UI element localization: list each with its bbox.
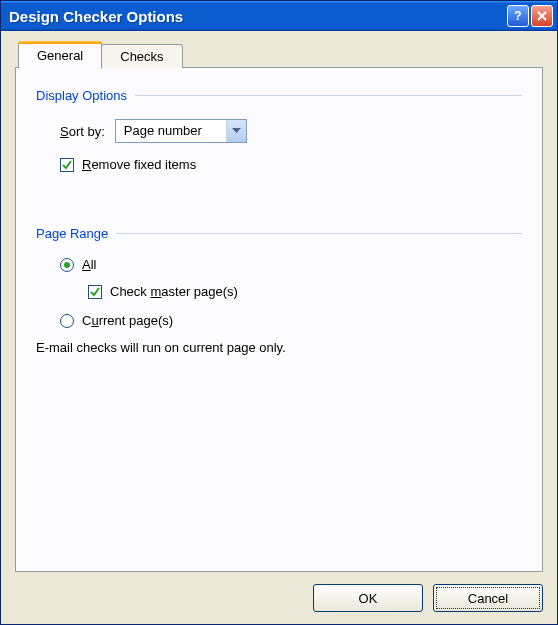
chevron-down-icon [232, 128, 241, 134]
info-text: E-mail checks will run on current page o… [36, 340, 522, 355]
divider [135, 95, 522, 96]
window-title: Design Checker Options [9, 8, 507, 25]
checkmark-icon [61, 159, 73, 171]
divider [116, 233, 522, 234]
help-button[interactable]: ? [507, 5, 529, 27]
ok-button[interactable]: OK [313, 584, 423, 612]
check-master-pages-checkbox[interactable] [88, 285, 102, 299]
group-label: Page Range [36, 226, 116, 241]
page-range-current-label: Current page(s) [82, 313, 173, 328]
tab-label: Checks [120, 49, 163, 64]
sort-by-label: Sort by: [60, 124, 105, 139]
close-button[interactable] [531, 5, 553, 27]
checkmark-icon [89, 286, 101, 298]
sort-by-value: Page number [116, 120, 226, 142]
dialog-window: Design Checker Options ? General Checks … [0, 0, 558, 625]
remove-fixed-checkbox[interactable] [60, 158, 74, 172]
titlebar-buttons: ? [507, 5, 553, 27]
page-range-all-label: All [82, 257, 96, 272]
tab-checks[interactable]: Checks [101, 44, 182, 68]
check-master-pages-row: Check master page(s) [88, 284, 522, 299]
dialog-body: General Checks Display Options Sort by: … [1, 31, 557, 624]
cancel-button[interactable]: Cancel [433, 584, 543, 612]
remove-fixed-items-row: Remove fixed items [60, 157, 522, 172]
tab-strip: General Checks [15, 41, 543, 68]
close-icon [537, 11, 547, 21]
group-page-range: Page Range [36, 226, 522, 241]
radio-dot-icon [64, 262, 70, 268]
page-range-current-row: Current page(s) [60, 313, 522, 328]
titlebar: Design Checker Options ? [1, 1, 557, 31]
remove-fixed-label: Remove fixed items [82, 157, 196, 172]
page-range-all-row: All [60, 257, 522, 272]
help-icon: ? [514, 9, 521, 23]
sort-by-select[interactable]: Page number [115, 119, 247, 143]
group-label: Display Options [36, 88, 135, 103]
group-display-options: Display Options [36, 88, 522, 103]
page-range-all-radio[interactable] [60, 258, 74, 272]
tab-label: General [37, 48, 83, 63]
button-bar: OK Cancel [15, 572, 543, 612]
tab-general[interactable]: General [18, 41, 102, 69]
check-master-pages-label: Check master page(s) [110, 284, 238, 299]
spacer [36, 186, 522, 226]
tab-panel-general: Display Options Sort by: Page number [15, 67, 543, 572]
page-range-current-radio[interactable] [60, 314, 74, 328]
sort-by-field: Sort by: Page number [60, 119, 522, 143]
dropdown-button[interactable] [226, 120, 246, 142]
